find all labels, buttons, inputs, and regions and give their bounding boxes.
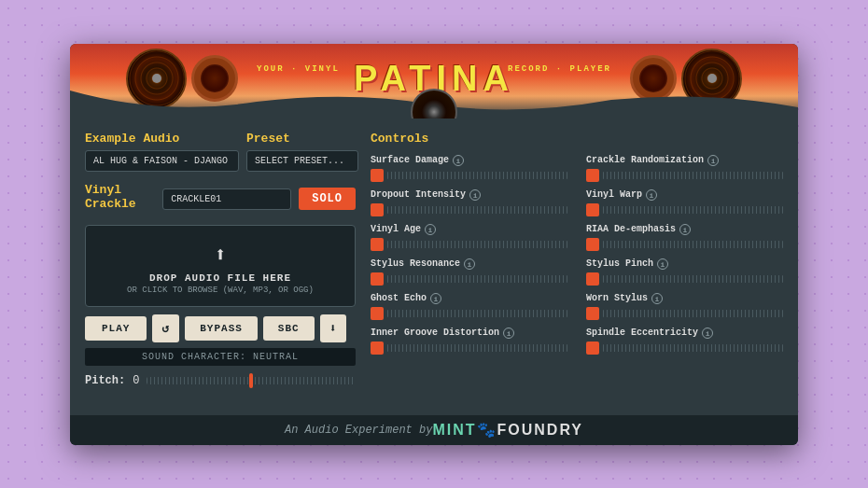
pitch-slider[interactable] bbox=[147, 373, 356, 388]
info-icon[interactable]: i bbox=[657, 258, 668, 270]
control-name-spindle-eccentricity: Spindle Eccentricity i bbox=[586, 328, 783, 339]
slider-track bbox=[387, 206, 567, 214]
control-name-inner-groove-distortion: Inner Groove Distortion i bbox=[371, 328, 567, 339]
control-name-vinyl-warp: Vinyl Warp i bbox=[586, 189, 783, 201]
drop-zone[interactable]: ⬆ DROP AUDIO FILE HERE OR CLICK TO BROWS… bbox=[85, 225, 356, 307]
slider-thumb-icon bbox=[371, 169, 384, 182]
upload-icon: ⬆ bbox=[95, 243, 345, 268]
main-content: Example Audio AL HUG & FAISON - DJANGO T… bbox=[70, 119, 798, 445]
info-icon[interactable]: i bbox=[651, 293, 663, 304]
footer-foundry: FOUNDRY bbox=[497, 422, 584, 438]
slider-track bbox=[387, 241, 567, 248]
control-slider-vinyl-age[interactable] bbox=[371, 238, 567, 251]
control-slider-spindle-eccentricity[interactable] bbox=[586, 342, 783, 355]
slider-track bbox=[387, 310, 567, 317]
info-icon[interactable]: i bbox=[679, 224, 691, 235]
control-name-crackle-randomization: Crackle Randomization i bbox=[586, 155, 783, 166]
info-icon[interactable]: i bbox=[453, 155, 464, 166]
preset-label: Preset bbox=[246, 132, 358, 146]
slider-track bbox=[603, 310, 783, 317]
play-button[interactable]: PLAY bbox=[85, 316, 147, 341]
info-icon[interactable]: i bbox=[464, 258, 475, 270]
slider-track bbox=[387, 344, 567, 352]
control-slider-inner-groove-distortion[interactable] bbox=[371, 342, 567, 355]
vinyl-crackle-select[interactable]: CRACKLE01 bbox=[162, 188, 291, 210]
pitch-label: Pitch: bbox=[85, 374, 125, 387]
control-name-ghost-echo: Ghost Echo i bbox=[371, 293, 567, 304]
sbc-button[interactable]: SBC bbox=[263, 316, 315, 341]
control-item-ghost-echo: Ghost Echo i bbox=[371, 293, 567, 320]
control-slider-worn-stylus[interactable] bbox=[586, 307, 783, 320]
control-item-crackle-randomization: Crackle Randomization i bbox=[586, 155, 783, 182]
controls-title: Controls bbox=[371, 132, 783, 146]
control-item-riaa-de-emphasis: RIAA De-emphasis i bbox=[586, 224, 783, 251]
vinyl-crackle-row: Vinyl Crackle CRACKLE01 SOLO bbox=[85, 183, 356, 216]
control-item-dropout-intensity: Dropout Intensity i bbox=[371, 189, 567, 216]
slider-thumb-icon bbox=[586, 169, 599, 182]
subtitle-right: RECORD · PLAYER bbox=[508, 64, 611, 74]
slider-thumb-icon bbox=[586, 238, 599, 251]
playback-controls-row: PLAY ↺ BYPASS SBC ⬇ bbox=[85, 314, 356, 342]
info-icon[interactable]: i bbox=[469, 189, 481, 201]
control-slider-stylus-resonance[interactable] bbox=[371, 272, 567, 286]
info-icon[interactable]: i bbox=[503, 328, 514, 339]
preset-select[interactable]: SELECT PRESET... bbox=[246, 150, 358, 172]
control-item-inner-groove-distortion: Inner Groove Distortion i bbox=[371, 328, 567, 355]
control-name-stylus-pinch: Stylus Pinch i bbox=[586, 258, 783, 270]
footer-mint: MINT bbox=[432, 422, 476, 438]
info-icon[interactable]: i bbox=[702, 328, 713, 339]
info-icon[interactable]: i bbox=[646, 189, 657, 201]
controls-panel: Controls Surface Damage iCrackle Randomi… bbox=[371, 132, 783, 438]
left-panel: Example Audio AL HUG & FAISON - DJANGO T… bbox=[85, 132, 356, 438]
sound-character: SOUND CHARACTER: NEUTRAL bbox=[85, 348, 356, 366]
slider-thumb-icon bbox=[371, 342, 384, 355]
control-slider-riaa-de-emphasis[interactable] bbox=[586, 238, 783, 251]
bypass-button[interactable]: BYPASS bbox=[185, 316, 258, 341]
solo-button[interactable]: SOLO bbox=[299, 188, 356, 210]
slider-thumb-icon bbox=[586, 342, 599, 355]
control-item-vinyl-age: Vinyl Age i bbox=[371, 224, 567, 251]
drop-subtext: OR CLICK TO BROWSE (WAV, MP3, OR OGG) bbox=[95, 286, 345, 295]
example-audio-select[interactable]: AL HUG & FAISON - DJANGO TRISTE bbox=[85, 150, 239, 172]
control-item-worn-stylus: Worn Stylus i bbox=[586, 293, 783, 320]
info-icon[interactable]: i bbox=[425, 224, 436, 235]
control-item-stylus-pinch: Stylus Pinch i bbox=[586, 258, 783, 286]
loop-button[interactable]: ↺ bbox=[152, 314, 179, 342]
example-audio-label: Example Audio bbox=[85, 132, 239, 146]
control-name-vinyl-age: Vinyl Age i bbox=[371, 224, 567, 235]
control-slider-ghost-echo[interactable] bbox=[371, 307, 567, 320]
drop-text: DROP AUDIO FILE HERE bbox=[95, 272, 345, 284]
slider-thumb-icon bbox=[586, 272, 599, 286]
slider-thumb-icon bbox=[371, 272, 384, 286]
control-name-dropout-intensity: Dropout Intensity i bbox=[371, 189, 567, 201]
control-slider-dropout-intensity[interactable] bbox=[371, 203, 567, 216]
control-item-spindle-eccentricity: Spindle Eccentricity i bbox=[586, 328, 783, 355]
slider-track bbox=[603, 206, 783, 214]
preset-group: Preset SELECT PRESET... bbox=[246, 132, 358, 172]
slider-thumb-icon bbox=[586, 203, 599, 216]
info-icon[interactable]: i bbox=[430, 293, 441, 304]
pitch-thumb bbox=[249, 373, 253, 388]
control-item-vinyl-warp: Vinyl Warp i bbox=[586, 189, 783, 216]
footer-prefix: An Audio Experiment by bbox=[285, 424, 432, 437]
slider-thumb-icon bbox=[371, 203, 384, 216]
slider-track bbox=[387, 172, 567, 179]
slider-thumb-icon bbox=[586, 307, 599, 320]
control-name-stylus-resonance: Stylus Resonance i bbox=[371, 258, 567, 270]
download-button[interactable]: ⬇ bbox=[320, 314, 347, 342]
control-name-riaa-de-emphasis: RIAA De-emphasis i bbox=[586, 224, 783, 235]
slider-track bbox=[387, 275, 567, 283]
control-slider-surface-damage[interactable] bbox=[371, 169, 567, 182]
control-name-worn-stylus: Worn Stylus i bbox=[586, 293, 783, 304]
info-icon[interactable]: i bbox=[707, 155, 719, 166]
vinyl-crackle-label: Vinyl Crackle bbox=[85, 183, 155, 211]
control-slider-crackle-randomization[interactable] bbox=[586, 169, 783, 182]
footer-paw: 🐾 bbox=[477, 422, 497, 438]
controls-grid: Surface Damage iCrackle Randomization iD… bbox=[371, 155, 783, 355]
app-window: YOUR · VINYL RECORD · PLAYER PATINA Exam… bbox=[70, 44, 798, 445]
top-selects-row: Example Audio AL HUG & FAISON - DJANGO T… bbox=[85, 132, 356, 172]
control-slider-stylus-pinch[interactable] bbox=[586, 272, 783, 286]
slider-thumb-icon bbox=[371, 238, 384, 251]
control-item-surface-damage: Surface Damage i bbox=[371, 155, 567, 182]
control-slider-vinyl-warp[interactable] bbox=[586, 203, 783, 216]
